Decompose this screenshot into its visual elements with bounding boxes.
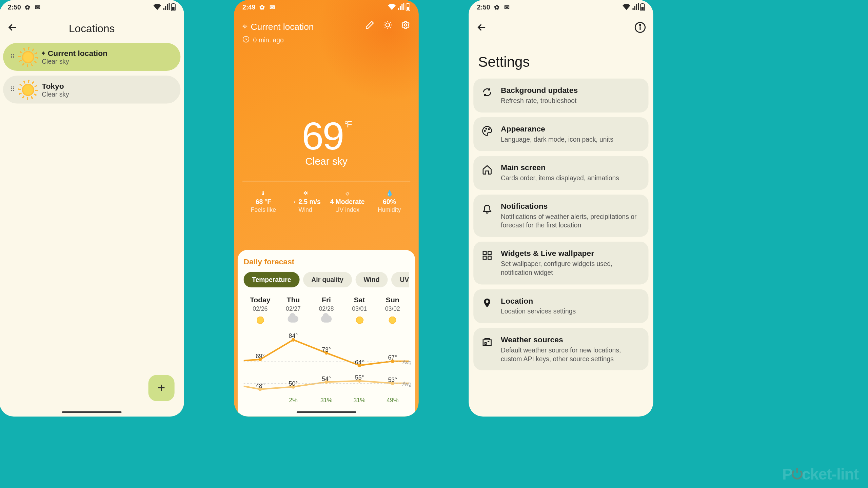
status-time: 2:50 <box>8 4 21 11</box>
settings-item-background-updates[interactable]: Background updates Refresh rate, trouble… <box>473 79 648 113</box>
temp-hi-1: 84° <box>289 333 298 339</box>
status-bar: 2:50 ✿ ✉ <box>0 0 184 14</box>
updated-text: 0 min. ago <box>253 36 284 43</box>
cloud-icon <box>288 316 299 323</box>
settings-item-title: Appearance <box>501 124 640 133</box>
temp-lo-4: 53° <box>388 377 397 383</box>
svg-point-7 <box>405 24 407 26</box>
back-button[interactable] <box>476 21 488 36</box>
svg-rect-32 <box>483 256 486 259</box>
svg-rect-34 <box>483 340 491 345</box>
wifi-icon <box>388 3 396 12</box>
dnd-icon: ✿ <box>258 4 265 11</box>
forecast-title: Daily forecast <box>243 257 409 266</box>
uv-icon: ☼ <box>327 189 369 197</box>
svg-rect-30 <box>483 251 486 255</box>
settings-item-notifications[interactable]: Notifications Notifications of weather a… <box>473 194 648 237</box>
info-button[interactable] <box>634 21 646 36</box>
sun-icon <box>255 316 265 325</box>
settings-item-location[interactable]: Location Location services settings <box>473 289 648 323</box>
appbar <box>469 14 653 43</box>
svg-point-6 <box>386 23 390 27</box>
drag-handle-icon[interactable]: ⠿ <box>10 53 14 61</box>
day-sat[interactable]: Sat 03/01 <box>343 296 376 327</box>
sun-icon <box>20 82 36 97</box>
svg-rect-33 <box>488 256 491 259</box>
svg-point-27 <box>485 130 486 131</box>
svg-rect-2 <box>172 6 175 9</box>
temperature-display: 69 °F Clear sky <box>234 113 418 168</box>
location-item-tokyo[interactable]: ⠿ Tokyo Clear sky <box>3 76 180 104</box>
chip-wind[interactable]: Wind <box>355 272 388 288</box>
clock-icon <box>242 36 250 44</box>
plus-icon: + <box>158 380 165 396</box>
mail-icon: ✉ <box>269 4 276 11</box>
day-thu[interactable]: Thu 02/27 <box>277 296 310 327</box>
status-bar: 2:50 ✿ ✉ <box>469 0 653 14</box>
avg-label-lo: Avg <box>402 381 412 387</box>
location-icon <box>482 298 493 308</box>
sun-icon <box>20 49 36 65</box>
location-item-current[interactable]: ⠿ ⌖ Current location Clear sky <box>3 43 180 71</box>
settings-item-main-screen[interactable]: Main screen Cards order, items displayed… <box>473 156 648 190</box>
chip-air-quality[interactable]: Air quality <box>303 272 352 288</box>
settings-item-weather-sources[interactable]: Weather sources Default weather source f… <box>473 328 648 370</box>
status-time: 2:49 <box>242 4 256 11</box>
settings-list: Background updates Refresh rate, trouble… <box>469 79 653 370</box>
signal-icon <box>163 3 170 12</box>
wifi-icon <box>153 3 162 12</box>
svg-point-29 <box>489 129 490 130</box>
back-button[interactable] <box>7 21 19 36</box>
settings-item-subtitle: Cards order, items displayed, animations <box>501 174 640 182</box>
sun-icon <box>355 316 364 325</box>
wind-icon: ✲ <box>284 189 327 197</box>
forecast-days: Today 02/26 Thu 02/27 Fri 02/28 Sat 03/0… <box>243 296 409 327</box>
day-today[interactable]: Today 02/26 <box>243 296 277 327</box>
condition-text: Clear sky <box>234 156 418 168</box>
theme-button[interactable] <box>383 20 392 32</box>
thermometer-icon: 🌡 <box>242 189 284 197</box>
wifi-icon <box>622 3 631 12</box>
edit-button[interactable] <box>365 20 375 32</box>
home-icon <box>482 164 493 175</box>
day-sun[interactable]: Sun 03/02 <box>376 296 409 327</box>
current-location-selector[interactable]: ⌖ Current location <box>242 21 314 32</box>
phone-locations: 2:50 ✿ ✉ Locations <box>0 0 184 416</box>
power-icon <box>792 469 803 480</box>
settings-item-widgets[interactable]: Widgets & Live wallpaper Set wallpaper, … <box>473 242 648 284</box>
temp-value: 69 <box>302 113 343 158</box>
precip-pct-1: 2% <box>289 397 297 403</box>
precip-pct-4: 49% <box>387 397 398 403</box>
palette-icon <box>482 125 493 136</box>
bell-icon <box>482 203 493 214</box>
phone-settings: 2:50 ✿ ✉ <box>469 0 653 416</box>
temp-lo-2: 54° <box>322 376 331 382</box>
chip-uv-index[interactable]: UV index <box>392 272 409 288</box>
settings-item-subtitle: Set wallpaper, configure widgets used, n… <box>501 260 640 277</box>
status-bar: 2:49 ✿ ✉ <box>234 0 418 14</box>
svg-point-26 <box>639 24 640 25</box>
mail-icon: ✉ <box>34 4 41 11</box>
settings-item-subtitle: Location services settings <box>501 307 640 316</box>
svg-rect-5 <box>407 6 409 9</box>
status-time: 2:50 <box>477 4 490 11</box>
target-icon: ⌖ <box>242 21 247 32</box>
settings-item-title: Notifications <box>501 202 640 210</box>
battery-icon <box>406 3 410 12</box>
avg-label-hi: Avg <box>402 360 412 366</box>
temp-hi-2: 73° <box>322 346 331 353</box>
battery-icon <box>171 3 176 12</box>
chip-temperature[interactable]: Temperature <box>243 272 299 288</box>
sun-icon <box>388 316 397 325</box>
settings-button[interactable] <box>401 20 410 32</box>
drag-handle-icon[interactable]: ⠿ <box>10 86 14 94</box>
locations-list: ⠿ ⌖ Current location Clear sky ⠿ Tokyo <box>0 43 184 103</box>
day-fri[interactable]: Fri 02/28 <box>310 296 343 327</box>
temp-hi-0: 69° <box>256 353 265 359</box>
settings-item-appearance[interactable]: Appearance Language, dark mode, icon pac… <box>473 117 648 151</box>
add-location-fab[interactable]: + <box>148 375 174 401</box>
temp-hi-3: 64° <box>355 359 364 365</box>
location-label: Current location <box>251 21 314 31</box>
signal-icon <box>397 3 405 12</box>
page-title: Settings <box>469 43 653 78</box>
